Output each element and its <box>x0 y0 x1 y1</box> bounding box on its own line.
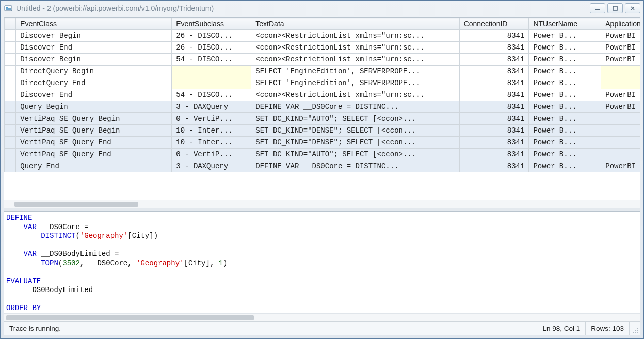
cell-rowhdr[interactable] <box>5 101 16 113</box>
cell-conn[interactable]: 8341 <box>459 160 529 172</box>
cell-event[interactable]: VertiPaq SE Query Begin <box>16 125 172 137</box>
event-grid-scroll[interactable]: EventClass EventSubclass TextData Connec… <box>4 18 640 200</box>
cell-event[interactable]: Discover Begin <box>16 30 172 42</box>
cell-rowhdr[interactable] <box>5 113 16 125</box>
cell-event[interactable]: Discover End <box>16 89 172 101</box>
cell-sub[interactable]: 10 - Inter... <box>172 137 251 149</box>
cell-rowhdr[interactable] <box>5 89 16 101</box>
cell-event[interactable]: Discover End <box>16 42 172 54</box>
cell-text[interactable]: SELECT 'EngineEdition', SERVERPROPE... <box>251 66 459 77</box>
cell-text[interactable]: <ccon><RestrictionList xmlns="urn:sc... <box>251 54 459 66</box>
cell-sub[interactable]: 0 - VertiP... <box>172 113 251 125</box>
cell-conn[interactable]: 8341 <box>459 113 529 125</box>
cell-rowhdr[interactable] <box>5 54 16 66</box>
query-text[interactable]: DEFINE VAR __DS0Core = DISTINCT('Geograp… <box>6 214 638 313</box>
cell-user[interactable]: Power B... <box>529 66 601 77</box>
detail-horizontal-scrollbar[interactable] <box>4 313 640 321</box>
cell-conn[interactable]: 8341 <box>459 66 529 77</box>
col-eventclass[interactable]: EventClass <box>16 18 172 30</box>
table-row[interactable]: Discover End26 - DISCO...<ccon><Restrict… <box>5 42 640 54</box>
cell-text[interactable]: SET DC_KIND="DENSE"; SELECT [<ccon... <box>251 125 459 137</box>
cell-text[interactable]: SET DC_KIND="AUTO"; SELECT [<ccon>... <box>251 149 459 160</box>
cell-text[interactable]: SELECT 'EngineEdition', SERVERPROPE... <box>251 77 459 89</box>
cell-conn[interactable]: 8341 <box>459 30 529 42</box>
cell-sub[interactable] <box>172 77 251 89</box>
cell-conn[interactable]: 8341 <box>459 149 529 160</box>
maximize-button[interactable] <box>607 3 623 13</box>
minimize-button[interactable] <box>590 3 605 13</box>
col-textdata[interactable]: TextData <box>251 18 459 30</box>
event-grid[interactable]: EventClass EventSubclass TextData Connec… <box>4 18 640 172</box>
cell-rowhdr[interactable] <box>5 42 16 54</box>
scrollbar-thumb[interactable] <box>14 202 138 207</box>
cell-user[interactable]: Power B... <box>529 149 601 160</box>
table-row[interactable]: VertiPaq SE Query End10 - Inter...SET DC… <box>5 137 640 149</box>
cell-sub[interactable]: 10 - Inter... <box>172 125 251 137</box>
scrollbar-thumb[interactable] <box>6 315 254 320</box>
cell-app[interactable] <box>601 137 640 149</box>
cell-event[interactable]: DirectQuery End <box>16 77 172 89</box>
cell-app[interactable]: PowerBI <box>601 160 640 172</box>
cell-event[interactable]: Query Begin <box>16 101 172 113</box>
table-row[interactable]: VertiPaq SE Query Begin0 - VertiP...SET … <box>5 113 640 125</box>
cell-user[interactable]: Power B... <box>529 125 601 137</box>
cell-rowhdr[interactable] <box>5 125 16 137</box>
table-row[interactable]: DirectQuery End SELECT 'EngineEdition', … <box>5 77 640 89</box>
cell-app[interactable]: PowerBI <box>601 54 640 66</box>
cell-conn[interactable]: 8341 <box>459 77 529 89</box>
cell-user[interactable]: Power B... <box>529 77 601 89</box>
cell-conn[interactable]: 8341 <box>459 125 529 137</box>
table-row[interactable]: Query Begin3 - DAXQueryDEFINE VAR __DS0C… <box>5 101 640 113</box>
cell-text[interactable]: <ccon><RestrictionList xmlns="urn:sc... <box>251 89 459 101</box>
cell-user[interactable]: Power B... <box>529 160 601 172</box>
cell-sub[interactable]: 26 - DISCO... <box>172 30 251 42</box>
cell-rowhdr[interactable] <box>5 149 16 160</box>
cell-text[interactable]: DEFINE VAR __DS0Core = DISTINC... <box>251 160 459 172</box>
cell-rowhdr[interactable] <box>5 66 16 77</box>
cell-user[interactable]: Power B... <box>529 54 601 66</box>
cell-rowhdr[interactable] <box>5 77 16 89</box>
cell-rowhdr[interactable] <box>5 137 16 149</box>
cell-event[interactable]: VertiPaq SE Query End <box>16 149 172 160</box>
cell-user[interactable]: Power B... <box>529 137 601 149</box>
cell-user[interactable]: Power B... <box>529 30 601 42</box>
titlebar[interactable]: Untitled - 2 (powerbi://api.powerbi.com/… <box>1 1 643 16</box>
cell-user[interactable]: Power B... <box>529 89 601 101</box>
col-connectionid[interactable]: ConnectionID <box>459 18 529 30</box>
cell-app[interactable] <box>601 66 640 77</box>
cell-app[interactable] <box>601 125 640 137</box>
cell-user[interactable]: Power B... <box>529 101 601 113</box>
cell-text[interactable]: SET DC_KIND="AUTO"; SELECT [<ccon>... <box>251 113 459 125</box>
cell-app[interactable]: PowerBI <box>601 101 640 113</box>
cell-rowhdr[interactable] <box>5 30 16 42</box>
cell-sub[interactable]: 54 - DISCO... <box>172 89 251 101</box>
cell-conn[interactable]: 8341 <box>459 54 529 66</box>
cell-app[interactable]: PowerBI <box>601 89 640 101</box>
cell-conn[interactable]: 8341 <box>459 101 529 113</box>
cell-event[interactable]: Query End <box>16 160 172 172</box>
table-row[interactable]: VertiPaq SE Query Begin10 - Inter...SET … <box>5 125 640 137</box>
cell-text[interactable]: <ccon><RestrictionList xmlns="urn:sc... <box>251 30 459 42</box>
cell-sub[interactable] <box>172 66 251 77</box>
cell-sub[interactable]: 0 - VertiP... <box>172 149 251 160</box>
grid-horizontal-scrollbar[interactable] <box>4 200 640 208</box>
cell-rowhdr[interactable] <box>5 160 16 172</box>
close-button[interactable] <box>625 3 640 13</box>
cell-sub[interactable]: 54 - DISCO... <box>172 54 251 66</box>
table-row[interactable]: VertiPaq SE Query End0 - VertiP...SET DC… <box>5 149 640 160</box>
cell-text[interactable]: <ccon><RestrictionList xmlns="urn:sc... <box>251 42 459 54</box>
cell-app[interactable] <box>601 77 640 89</box>
cell-sub[interactable]: 26 - DISCO... <box>172 42 251 54</box>
row-header-corner[interactable] <box>5 18 16 30</box>
cell-event[interactable]: Discover Begin <box>16 54 172 66</box>
resize-grip[interactable] <box>630 322 640 335</box>
cell-conn[interactable]: 8341 <box>459 89 529 101</box>
table-row[interactable]: Discover Begin26 - DISCO...<ccon><Restri… <box>5 30 640 42</box>
cell-app[interactable]: PowerBI <box>601 30 640 42</box>
table-row[interactable]: Discover End54 - DISCO...<ccon><Restrict… <box>5 89 640 101</box>
cell-app[interactable]: PowerBI <box>601 42 640 54</box>
table-row[interactable]: Discover Begin54 - DISCO...<ccon><Restri… <box>5 54 640 66</box>
col-eventsubclass[interactable]: EventSubclass <box>172 18 251 30</box>
cell-conn[interactable]: 8341 <box>459 42 529 54</box>
cell-text[interactable]: SET DC_KIND="DENSE"; SELECT [<ccon... <box>251 137 459 149</box>
